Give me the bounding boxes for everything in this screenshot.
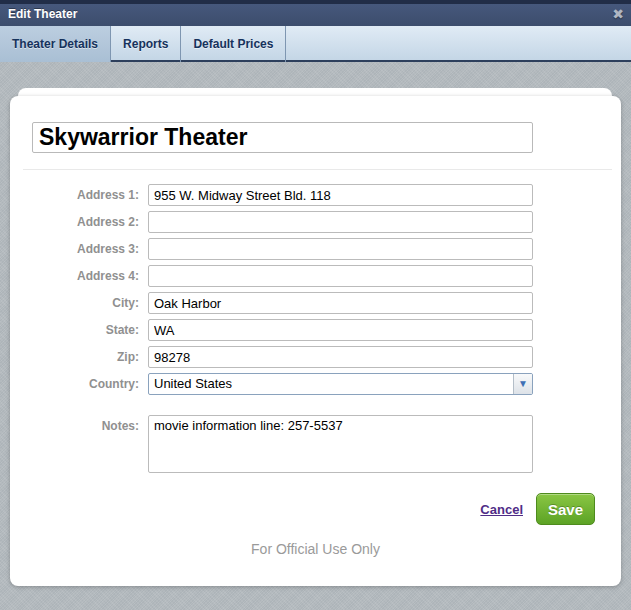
save-button[interactable]: Save xyxy=(536,493,595,525)
tab-default-prices[interactable]: Default Prices xyxy=(181,26,286,62)
address1-label: Address 1: xyxy=(18,184,148,206)
form-row-country: Country: United States ▼ xyxy=(10,373,621,395)
cancel-link[interactable]: Cancel xyxy=(480,502,523,517)
notes-label: Notes: xyxy=(18,415,148,437)
city-label: City: xyxy=(18,292,148,314)
form-row-address4: Address 4: xyxy=(10,265,621,287)
form-row-city: City: xyxy=(10,292,621,314)
zip-label: Zip: xyxy=(18,346,148,368)
address4-input[interactable] xyxy=(148,265,533,287)
address2-input[interactable] xyxy=(148,211,533,233)
divider xyxy=(23,169,612,170)
form-row-address2: Address 2: xyxy=(10,211,621,233)
edit-theater-panel: Address 1: Address 2: Address 3: Address… xyxy=(10,96,621,586)
tab-theater-details[interactable]: Theater Details xyxy=(0,26,111,62)
tab-reports[interactable]: Reports xyxy=(111,26,181,62)
dialog-titlebar: Edit Theater ✖ xyxy=(0,0,631,26)
theater-name-input[interactable] xyxy=(32,122,533,153)
tab-bar: Theater Details Reports Default Prices xyxy=(0,26,631,62)
button-row: Cancel Save xyxy=(10,493,621,525)
dialog-title: Edit Theater xyxy=(8,7,77,21)
form-row-notes: Notes: movie information line: 257-5537 xyxy=(10,415,621,473)
address1-input[interactable] xyxy=(148,184,533,206)
address4-label: Address 4: xyxy=(18,265,148,287)
address2-label: Address 2: xyxy=(18,211,148,233)
form-row-address3: Address 3: xyxy=(10,238,621,260)
form-row-state: State: xyxy=(10,319,621,341)
close-icon[interactable]: ✖ xyxy=(612,6,624,22)
official-use-note: For Official Use Only xyxy=(10,541,621,557)
state-input[interactable] xyxy=(148,319,533,341)
form-row-address1: Address 1: xyxy=(10,184,621,206)
country-select[interactable]: United States ▼ xyxy=(148,373,533,395)
address3-input[interactable] xyxy=(148,238,533,260)
state-label: State: xyxy=(18,319,148,341)
chevron-down-icon: ▼ xyxy=(518,379,528,389)
city-input[interactable] xyxy=(148,292,533,314)
form-row-zip: Zip: xyxy=(10,346,621,368)
country-selected-value: United States xyxy=(149,374,232,394)
country-label: Country: xyxy=(18,373,148,395)
notes-textarea[interactable]: movie information line: 257-5537 xyxy=(148,415,533,473)
select-dropdown-button[interactable]: ▼ xyxy=(513,374,532,394)
zip-input[interactable] xyxy=(148,346,533,368)
address3-label: Address 3: xyxy=(18,238,148,260)
